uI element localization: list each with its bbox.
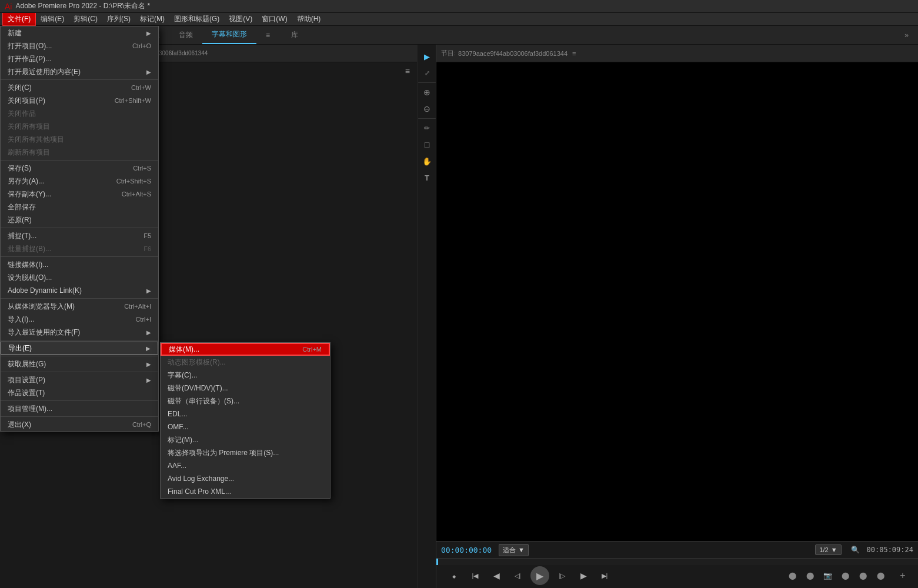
save-label: 保存(S)	[8, 163, 31, 173]
menu-save-all[interactable]: 全部保存	[1, 201, 158, 213]
menu-save-copy[interactable]: 保存副本(Y)... Ctrl+Alt+S	[1, 188, 158, 201]
sep9	[1, 400, 158, 401]
menu-export[interactable]: 导出(E) ▶ 媒体(M)... Ctrl+M 动态图形模板(R)... 字幕(…	[1, 342, 158, 355]
export-avid-log[interactable]: Avid Log Exchange...	[161, 472, 330, 485]
export-tape-dv[interactable]: 磁带(DV/HDV)(T)...	[161, 382, 330, 395]
add-transport-btn[interactable]: +	[897, 570, 909, 582]
menu-save-as[interactable]: 另存为(A)... Ctrl+Shift+S	[1, 175, 158, 188]
tool-hand[interactable]: ✋	[420, 154, 434, 168]
menu-new[interactable]: 新建 ▶	[1, 26, 158, 39]
close-shortcut: Ctrl+W	[131, 84, 151, 91]
export-markers[interactable]: 标记(M)...	[161, 433, 330, 446]
menu-open-recent[interactable]: 打开最近使用的内容(E) ▶	[1, 65, 158, 78]
fit-arrow: ▼	[518, 546, 525, 553]
menu-offline[interactable]: 设为脱机(O)...	[1, 271, 158, 284]
menu-close[interactable]: 关闭(C) Ctrl+W	[1, 81, 158, 94]
tab-captions[interactable]: 字幕和图形	[202, 26, 256, 44]
export-btn2[interactable]: ⬤	[803, 569, 817, 583]
export-avid-log-label: Avid Log Exchange...	[168, 475, 234, 483]
menu-file[interactable]: 文件(F)	[2, 12, 36, 26]
menu-import-recent[interactable]: 导入最近使用的文件(F) ▶	[1, 326, 158, 339]
fit-dropdown[interactable]: 适合 ▼	[499, 544, 529, 556]
menu-view[interactable]: 视图(V)	[224, 13, 257, 25]
export-edl[interactable]: EDL...	[161, 407, 330, 420]
menu-graphics[interactable]: 图形和标题(G)	[169, 13, 224, 25]
preview-ruler	[436, 558, 918, 565]
sep8	[1, 372, 158, 372]
revert-label: 还原(R)	[8, 215, 32, 225]
menu-production-settings[interactable]: 作品设置(T)	[1, 386, 158, 399]
sep1	[1, 79, 158, 80]
offline-label: 设为脱机(O)...	[8, 273, 52, 283]
menu-marker[interactable]: 标记(M)	[135, 13, 169, 25]
prev-keyframe-btn[interactable]: |◀	[467, 567, 483, 584]
camera-btn[interactable]: 📷	[820, 569, 834, 583]
menu-project-manager[interactable]: 项目管理(M)...	[1, 402, 158, 415]
menu-close-project[interactable]: 关闭项目(P) Ctrl+Shift+W	[1, 94, 158, 107]
tool-text[interactable]: T	[420, 171, 434, 185]
menu-help[interactable]: 帮助(H)	[292, 13, 326, 25]
menu-window[interactable]: 窗口(W)	[257, 13, 292, 25]
menu-import-from-browser[interactable]: 从媒体浏览器导入(M) Ctrl+Alt+I	[1, 300, 158, 313]
close-label: 关闭(C)	[8, 83, 32, 93]
node-menu-btn[interactable]: ≡	[572, 50, 576, 57]
tool-expand[interactable]: ⤢	[420, 66, 434, 80]
export-media[interactable]: 媒体(M)... Ctrl+M	[161, 343, 330, 356]
current-timecode[interactable]: 00:00:00:00	[441, 546, 492, 554]
menu-save[interactable]: 保存(S) Ctrl+S	[1, 162, 158, 175]
tool-pen[interactable]: ✏	[420, 121, 434, 135]
next-frame-btn[interactable]: |▷	[554, 567, 570, 584]
menu-open-project[interactable]: 打开项目(O)... Ctrl+O	[1, 39, 158, 52]
menu-revert[interactable]: 还原(R)	[1, 213, 158, 226]
export-btn5[interactable]: ⬤	[873, 569, 887, 583]
step-back-btn[interactable]: ◀	[488, 567, 505, 584]
menu-import[interactable]: 导入(I)... Ctrl+I	[1, 313, 158, 326]
menu-clip[interactable]: 剪辑(C)	[69, 13, 102, 25]
export-omf[interactable]: OMF...	[161, 420, 330, 433]
step-forward-btn[interactable]: ▶	[575, 567, 592, 584]
export-btn3[interactable]: ⬤	[838, 569, 852, 583]
menu-sequence[interactable]: 序列(S)	[102, 13, 135, 25]
menu-exit[interactable]: 退出(X) Ctrl+Q	[1, 418, 158, 431]
get-properties-label: 获取属性(G)	[8, 359, 46, 369]
menu-project-settings[interactable]: 项目设置(P) ▶	[1, 373, 158, 386]
play-btn[interactable]: ▶	[530, 566, 549, 585]
tool-zoom-out[interactable]: ⊖	[420, 102, 434, 116]
export-frame-btn[interactable]: ⬤	[785, 569, 799, 583]
exit-shortcut: Ctrl+Q	[132, 421, 151, 428]
menu-capture[interactable]: 捕捉(T)... F5	[1, 229, 158, 242]
more-tabs-btn[interactable]: »	[900, 29, 913, 42]
menu-edit[interactable]: 编辑(E)	[36, 13, 69, 25]
export-aaf[interactable]: AAF...	[161, 459, 330, 472]
export-captions[interactable]: 字幕(C)...	[161, 369, 330, 382]
tool-select[interactable]: ▶	[420, 49, 434, 64]
sep7	[1, 356, 158, 356]
tab-audio[interactable]: 音频	[169, 26, 202, 44]
tab-library2[interactable]: 库	[282, 26, 308, 44]
export-tape-serial[interactable]: 磁带（串行设备）(S)...	[161, 395, 330, 407]
tab-library[interactable]: ≡	[256, 28, 279, 43]
tool-shape[interactable]: □	[420, 138, 434, 152]
import-from-browser-label: 从媒体浏览器导入(M)	[8, 302, 75, 312]
menu-get-properties[interactable]: 获取属性(G) ▶	[1, 358, 158, 370]
mark-in-btn[interactable]: ⬥	[446, 567, 462, 584]
tool-zoom-in[interactable]: ⊕	[420, 85, 434, 99]
menu-open-production[interactable]: 打开作品(P)...	[1, 52, 158, 65]
sep10	[1, 416, 158, 417]
dynamic-link-label: Adobe Dynamic Link(K)	[8, 286, 82, 295]
menu-dynamic-link[interactable]: Adobe Dynamic Link(K) ▶	[1, 284, 158, 297]
close-project-label: 关闭项目(P)	[8, 96, 45, 106]
export-btn4[interactable]: ⬤	[856, 569, 870, 583]
quality-dropdown[interactable]: 1/2 ▼	[815, 544, 841, 555]
next-keyframe-btn[interactable]: ▶|	[596, 567, 613, 584]
open-project-shortcut: Ctrl+O	[132, 42, 151, 49]
menu-link-media[interactable]: 链接媒体(I)...	[1, 258, 158, 271]
prev-frame-btn[interactable]: ◁|	[509, 567, 526, 584]
panel-menu-btn[interactable]: ≡	[403, 66, 412, 76]
export-label: 导出(E)	[8, 343, 32, 353]
transport-extras: ⬤ ⬤ 📷 ⬤ ⬤ ⬤	[785, 569, 887, 583]
export-final-cut-pro[interactable]: Final Cut Pro XML...	[161, 485, 330, 498]
export-selection-premiere[interactable]: 将选择项导出为 Premiere 项目(S)...	[161, 446, 330, 459]
node-id: 83079aace9f44ab03006faf3dd061344	[458, 50, 568, 57]
open-recent-label: 打开最近使用的内容(E)	[8, 67, 81, 77]
